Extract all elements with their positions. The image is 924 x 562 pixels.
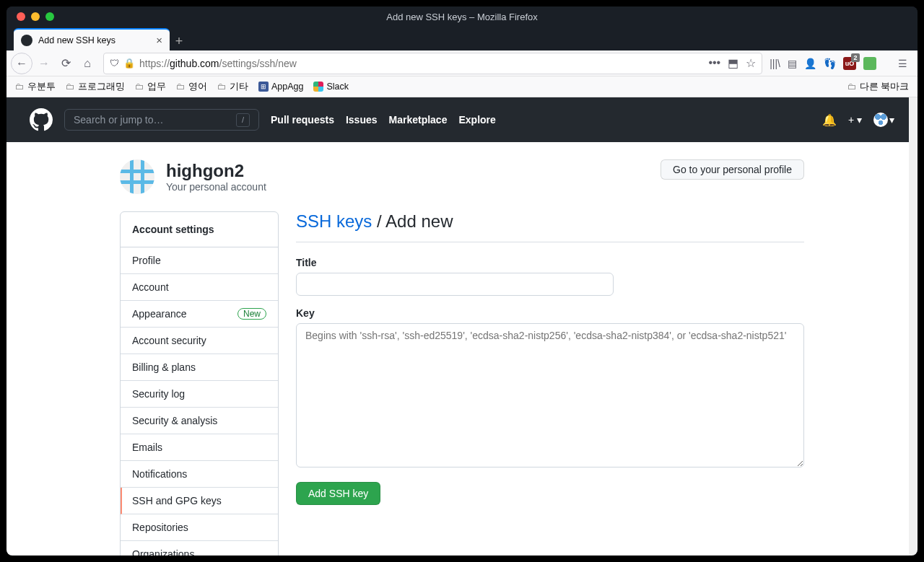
lock-icon: 🔒 (123, 58, 135, 69)
nav-marketplace[interactable]: Marketplace (389, 114, 448, 126)
sidebar-item-account[interactable]: Account (121, 274, 278, 301)
back-button[interactable]: ← (11, 53, 32, 74)
window-minimize-button[interactable] (31, 12, 40, 21)
bookmark-folder[interactable]: 🗀업무 (135, 81, 166, 93)
ublock-badge: 2 (851, 53, 860, 62)
bookmark-folder[interactable]: 🗀영어 (176, 81, 207, 93)
avatar-icon (873, 113, 888, 127)
nav-explore[interactable]: Explore (458, 114, 495, 126)
profile-avatar (120, 159, 154, 194)
settings-sidebar: Account settings Profile Account Appeara… (120, 211, 279, 556)
title-input[interactable] (296, 273, 614, 296)
bookmark-folder[interactable]: 🗀우분투 (15, 81, 56, 93)
window-maximize-button[interactable] (45, 12, 54, 21)
scrollbar[interactable] (909, 97, 918, 556)
sidebar-item-emails[interactable]: Emails (121, 434, 278, 461)
window-title: Add new SSH keys – Mozilla Firefox (386, 12, 538, 22)
sidebar-item-notifications[interactable]: Notifications (121, 461, 278, 488)
bookmark-slack[interactable]: Slack (313, 82, 349, 92)
user-menu[interactable]: ▾ (873, 113, 894, 127)
create-new-menu[interactable]: + ▾ (848, 114, 862, 126)
titlebar: Add new SSH keys – Mozilla Firefox (6, 6, 918, 27)
browser-tab[interactable]: Add new SSH keys × (14, 28, 170, 51)
url-bar[interactable]: 🛡 🔒 https://github.com/settings/ssh/new … (103, 53, 762, 74)
notifications-icon[interactable]: 🔔 (822, 113, 837, 127)
breadcrumb: SSH keys / Add new (296, 211, 804, 242)
github-header: Search or jump to…/ Pull requests Issues… (6, 97, 918, 142)
extension-icon[interactable] (863, 57, 876, 70)
url-text: https://github.com/settings/ssh/new (139, 58, 704, 69)
sidebar-item-appearance[interactable]: AppearanceNew (121, 301, 278, 328)
add-ssh-key-button[interactable]: Add SSH key (296, 482, 380, 505)
github-search-input[interactable]: Search or jump to…/ (64, 109, 259, 131)
page-actions-icon[interactable]: ••• (708, 56, 720, 70)
sidebar-item-security-log[interactable]: Security log (121, 381, 278, 408)
tab-close-icon[interactable]: × (156, 34, 162, 46)
sidebar-item-profile[interactable]: Profile (121, 247, 278, 274)
bookmark-appagg[interactable]: ⊞AppAgg (258, 82, 303, 92)
shield-icon: 🛡 (110, 58, 119, 69)
new-tab-button[interactable]: + (170, 32, 188, 51)
github-logo[interactable] (30, 108, 53, 131)
reload-button[interactable]: ⟳ (56, 53, 76, 74)
sidebar-item-ssh-gpg[interactable]: SSH and GPG keys (121, 488, 278, 514)
bookmark-folder[interactable]: 🗀프로그래밍 (66, 81, 125, 93)
other-bookmarks[interactable]: 🗀다른 북마크 (847, 81, 909, 93)
sidebar-heading: Account settings (121, 212, 278, 247)
window-close-button[interactable] (17, 12, 25, 21)
new-badge: New (237, 308, 266, 320)
browser-navbar: ← → ⟳ ⌂ 🛡 🔒 https://github.com/settings/… (6, 51, 918, 76)
key-textarea[interactable] (296, 323, 804, 467)
reader-icon[interactable]: ▤ (788, 58, 797, 69)
key-label: Key (296, 307, 804, 319)
sidebar-item-security-analysis[interactable]: Security & analysis (121, 408, 278, 434)
breadcrumb-ssh-keys-link[interactable]: SSH keys (296, 211, 372, 231)
menu-button[interactable]: ☰ (898, 58, 907, 69)
ublock-icon[interactable]: uO2 (843, 57, 856, 70)
home-button[interactable]: ⌂ (77, 53, 97, 74)
sidebar-item-repositories[interactable]: Repositories (121, 514, 278, 541)
github-favicon (21, 35, 32, 46)
library-icon[interactable]: |||\ (770, 58, 780, 69)
sidebar-item-billing[interactable]: Billing & plans (121, 354, 278, 381)
tab-title: Add new SSH keys (38, 35, 150, 45)
goto-profile-button[interactable]: Go to your personal profile (661, 159, 804, 180)
forward-button[interactable]: → (34, 53, 54, 74)
sidebar-item-account-security[interactable]: Account security (121, 328, 278, 354)
nav-pull-requests[interactable]: Pull requests (271, 114, 334, 126)
account-icon[interactable]: 👤 (804, 58, 816, 69)
gnome-icon[interactable]: 👣 (824, 58, 836, 69)
profile-username: highgon2 (166, 161, 266, 181)
bookmark-folder[interactable]: 🗀기타 (217, 81, 248, 93)
browser-tabbar: Add new SSH keys × + (6, 27, 918, 51)
pocket-icon[interactable]: ⬒ (728, 56, 738, 70)
nav-issues[interactable]: Issues (346, 114, 378, 126)
sidebar-item-organizations[interactable]: Organizations (121, 541, 278, 556)
profile-subtitle: Your personal account (166, 181, 266, 193)
bookmarks-toolbar: 🗀우분투 🗀프로그래밍 🗀업무 🗀영어 🗀기타 ⊞AppAgg Slack 🗀다… (6, 76, 918, 97)
breadcrumb-current: Add new (385, 211, 453, 231)
bookmark-star-icon[interactable]: ☆ (746, 56, 756, 70)
title-label: Title (296, 257, 804, 268)
